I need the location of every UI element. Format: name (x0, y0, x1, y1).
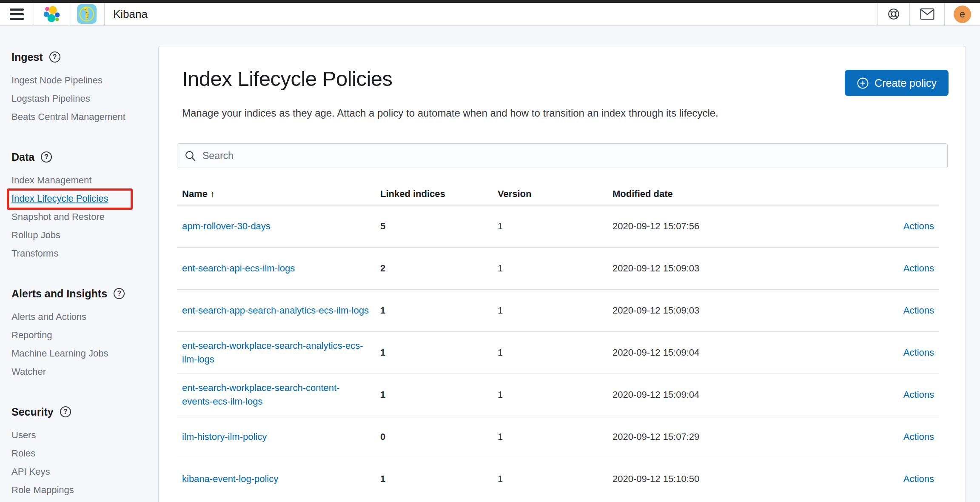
top-header: Kibana e (0, 3, 980, 26)
question-circle-icon[interactable]: ? (60, 406, 71, 417)
table-row: ent-search-workplace-search-analytics-ec… (177, 331, 939, 374)
policy-link[interactable]: ent-search-app-search-analytics-ecs-ilm-… (182, 305, 369, 316)
table-row: ent-search-app-search-analytics-ecs-ilm-… (177, 289, 939, 331)
actions-link[interactable]: Actions (903, 473, 934, 484)
nav-section-alerts-and-insights: Alerts and Insights? Alerts and Actions … (11, 287, 158, 381)
create-policy-button[interactable]: Create policy (845, 70, 949, 96)
table-row: ilm-history-ilm-policy 0 1 2020-09-12 15… (177, 416, 939, 458)
modified-date-value: 2020-09-12 15:09:03 (607, 289, 846, 331)
sidebar-item-index-management[interactable]: Index Management (11, 171, 158, 189)
plus-circle-icon (857, 77, 869, 89)
version-value: 1 (493, 416, 607, 458)
linked-indices-value: 0 (375, 416, 493, 458)
menu-button[interactable] (0, 3, 34, 25)
version-value: 1 (493, 374, 607, 416)
mail-icon (920, 8, 934, 20)
search-bar (177, 143, 948, 168)
modified-date-value: 2020-09-12 15:07:56 (607, 205, 846, 247)
policy-link[interactable]: ilm-history-ilm-policy (182, 431, 267, 442)
actions-link[interactable]: Actions (903, 263, 934, 274)
sidebar-item-index-lifecycle-policies[interactable]: Index Lifecycle Policies (11, 189, 158, 208)
column-header-linked-indices[interactable]: Linked indices (375, 183, 493, 205)
life-ring-icon (887, 7, 900, 21)
section-title-ingest: Ingest (11, 51, 43, 63)
nav-section-security: Security? Users Roles API Keys Role Mapp… (11, 405, 158, 499)
modified-date-value: 2020-09-12 15:07:29 (607, 416, 846, 458)
sidebar-item-snapshot-and-restore[interactable]: Snapshot and Restore (11, 208, 158, 226)
space-giraffe-icon (77, 4, 97, 24)
sidebar-item-rollup-jobs[interactable]: Rollup Jobs (11, 226, 158, 244)
sidebar-item-api-keys[interactable]: API Keys (11, 462, 158, 481)
actions-link[interactable]: Actions (903, 389, 934, 400)
table-row: ent-search-api-ecs-ilm-logs 2 1 2020-09-… (177, 247, 939, 289)
column-header-modified-date[interactable]: Modified date (607, 183, 846, 205)
space-selector[interactable] (69, 3, 105, 25)
policy-link[interactable]: ent-search-api-ecs-ilm-logs (182, 263, 295, 274)
modified-date-value: 2020-09-12 15:10:50 (607, 458, 846, 500)
modified-date-value: 2020-09-12 15:09:04 (607, 331, 846, 374)
table-row: apm-rollover-30-days 5 1 2020-09-12 15:0… (177, 205, 939, 247)
sidebar-item-beats-central-management[interactable]: Beats Central Management (11, 108, 158, 126)
linked-indices-value: 1 (375, 374, 493, 416)
sort-ascending-icon: ↑ (210, 188, 215, 199)
sidebar-item-ingest-node-pipelines[interactable]: Ingest Node Pipelines (11, 71, 158, 89)
section-title-security: Security (11, 405, 54, 418)
table-row: ent-search-workplace-search-content-even… (177, 374, 939, 416)
version-value: 1 (493, 458, 607, 500)
table-row: kibana-event-log-policy 1 1 2020-09-12 1… (177, 458, 939, 500)
policy-link[interactable]: apm-rollover-30-days (182, 221, 271, 231)
content-panel: Index Lifecycle Policies Manage your ind… (158, 46, 966, 502)
sidebar-item-role-mappings[interactable]: Role Mappings (11, 481, 158, 499)
actions-link[interactable]: Actions (903, 221, 934, 231)
linked-indices-value: 5 (375, 205, 493, 247)
window-chrome-strip (0, 0, 980, 3)
version-value: 1 (493, 331, 607, 374)
page-description: Manage your indices as they age. Attach … (182, 106, 718, 120)
nav-section-ingest: Ingest? Ingest Node Pipelines Logstash P… (11, 51, 158, 126)
help-button[interactable] (877, 3, 909, 25)
policy-link[interactable]: ent-search-workplace-search-analytics-ec… (182, 340, 363, 365)
actions-link[interactable]: Actions (903, 347, 934, 358)
sidebar-item-alerts-and-actions[interactable]: Alerts and Actions (11, 308, 158, 326)
elastic-logo[interactable] (34, 3, 69, 25)
linked-indices-value: 1 (375, 289, 493, 331)
table-header-row: Name↑ Linked indices Version Modified da… (177, 183, 939, 205)
actions-link[interactable]: Actions (903, 305, 934, 316)
version-value: 1 (493, 289, 607, 331)
modified-date-value: 2020-09-12 15:09:03 (607, 247, 846, 289)
hamburger-icon (10, 9, 24, 20)
management-sidebar: Ingest? Ingest Node Pipelines Logstash P… (0, 26, 158, 499)
avatar: e (954, 6, 971, 23)
sidebar-item-roles[interactable]: Roles (11, 444, 158, 462)
sidebar-item-machine-learning-jobs[interactable]: Machine Learning Jobs (11, 344, 158, 362)
search-input[interactable] (202, 150, 940, 162)
linked-indices-value: 2 (375, 247, 493, 289)
sidebar-item-transforms[interactable]: Transforms (11, 244, 158, 262)
newsfeed-button[interactable] (909, 3, 944, 25)
column-header-name[interactable]: Name↑ (177, 183, 375, 205)
nav-section-data: Data? Index Management Index Lifecycle P… (11, 151, 158, 262)
modified-date-value: 2020-09-12 15:09:04 (607, 374, 846, 416)
version-value: 1 (493, 205, 607, 247)
linked-indices-value: 1 (375, 458, 493, 500)
version-value: 1 (493, 247, 607, 289)
sidebar-item-users[interactable]: Users (11, 426, 158, 444)
section-title-alerts: Alerts and Insights (11, 287, 107, 300)
policies-table: Name↑ Linked indices Version Modified da… (177, 183, 939, 500)
sidebar-item-watcher[interactable]: Watcher (11, 362, 158, 381)
question-circle-icon[interactable]: ? (49, 51, 60, 63)
policy-link[interactable]: kibana-event-log-policy (182, 473, 278, 484)
linked-indices-value: 1 (375, 331, 493, 374)
page-title: Index Lifecycle Policies (182, 66, 393, 92)
search-icon (184, 150, 197, 162)
column-header-version[interactable]: Version (493, 183, 607, 205)
question-circle-icon[interactable]: ? (41, 151, 52, 163)
sidebar-item-logstash-pipelines[interactable]: Logstash Pipelines (11, 89, 158, 108)
actions-link[interactable]: Actions (903, 431, 934, 442)
user-menu-button[interactable]: e (944, 3, 980, 25)
app-title: Kibana (105, 3, 148, 25)
elastic-logo-icon (43, 5, 60, 23)
question-circle-icon[interactable]: ? (114, 288, 125, 299)
policy-link[interactable]: ent-search-workplace-search-content-even… (182, 382, 340, 407)
sidebar-item-reporting[interactable]: Reporting (11, 326, 158, 344)
